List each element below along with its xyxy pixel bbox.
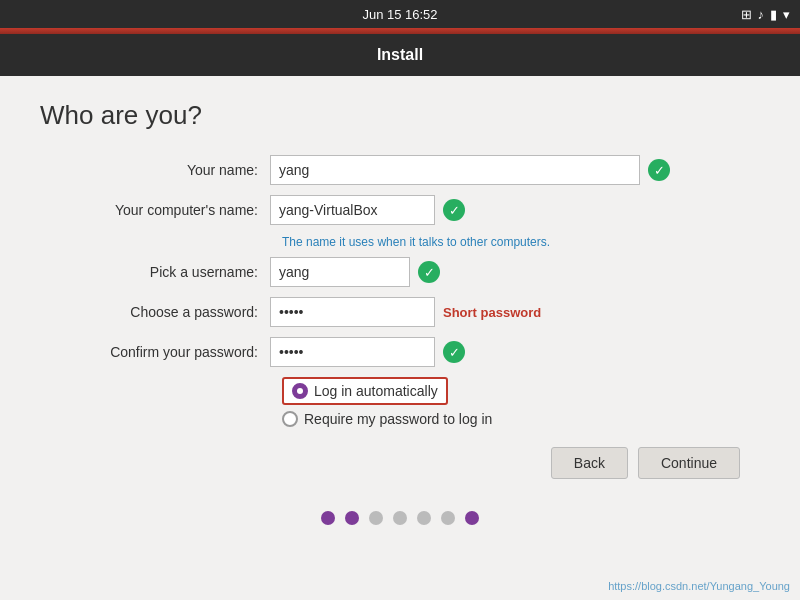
progress-dot-2 xyxy=(345,511,359,525)
menu-icon: ▾ xyxy=(783,7,790,22)
your-name-check-icon: ✓ xyxy=(648,159,670,181)
confirm-password-check-icon: ✓ xyxy=(443,341,465,363)
progress-dots xyxy=(0,511,800,525)
title-bar: Install xyxy=(0,34,800,76)
radio-auto-login-circle xyxy=(292,383,308,399)
battery-icon: ▮ xyxy=(770,7,777,22)
progress-dot-5 xyxy=(417,511,431,525)
password-label: Choose a password: xyxy=(60,304,270,320)
computer-name-input[interactable] xyxy=(270,195,435,225)
confirm-password-label: Confirm your password: xyxy=(60,344,270,360)
system-time: Jun 15 16:52 xyxy=(362,7,437,22)
back-button[interactable]: Back xyxy=(551,447,628,479)
network-icon: ⊞ xyxy=(741,7,752,22)
password-input[interactable] xyxy=(270,297,435,327)
computer-name-row: Your computer's name: ✓ xyxy=(60,195,760,225)
computer-name-label: Your computer's name: xyxy=(60,202,270,218)
continue-button[interactable]: Continue xyxy=(638,447,740,479)
username-input[interactable] xyxy=(270,257,410,287)
password-row: Choose a password: Short password xyxy=(60,297,760,327)
progress-dot-6 xyxy=(441,511,455,525)
button-row: Back Continue xyxy=(60,447,760,479)
radio-auto-login-selected-box[interactable]: Log in automatically xyxy=(282,377,448,405)
volume-icon: ♪ xyxy=(758,7,765,22)
confirm-password-input[interactable] xyxy=(270,337,435,367)
title-label: Install xyxy=(377,46,423,64)
page-heading: Who are you? xyxy=(40,100,760,131)
confirm-password-row: Confirm your password: ✓ xyxy=(60,337,760,367)
radio-require-password-option[interactable]: Require my password to log in xyxy=(282,411,760,427)
progress-dot-7 xyxy=(465,511,479,525)
system-icons: ⊞ ♪ ▮ ▾ xyxy=(741,7,791,22)
radio-require-password-circle xyxy=(282,411,298,427)
password-warning: Short password xyxy=(443,305,541,320)
computer-name-check-icon: ✓ xyxy=(443,199,465,221)
progress-dot-1 xyxy=(321,511,335,525)
form-area: Your name: ✓ Your computer's name: ✓ The… xyxy=(60,155,760,479)
watermark: https://blog.csdn.net/Yungang_Young xyxy=(608,580,790,592)
radio-auto-login-option[interactable]: Log in automatically xyxy=(282,377,760,405)
your-name-input[interactable] xyxy=(270,155,640,185)
system-bar: Jun 15 16:52 ⊞ ♪ ▮ ▾ xyxy=(0,0,800,28)
radio-require-password-label: Require my password to log in xyxy=(304,411,492,427)
radio-section: Log in automatically Require my password… xyxy=(282,377,760,427)
your-name-row: Your name: ✓ xyxy=(60,155,760,185)
username-label: Pick a username: xyxy=(60,264,270,280)
username-check-icon: ✓ xyxy=(418,261,440,283)
username-row: Pick a username: ✓ xyxy=(60,257,760,287)
progress-dot-3 xyxy=(369,511,383,525)
progress-dot-4 xyxy=(393,511,407,525)
your-name-label: Your name: xyxy=(60,162,270,178)
main-content: Who are you? Your name: ✓ Your computer'… xyxy=(0,76,800,495)
radio-auto-login-label: Log in automatically xyxy=(314,383,438,399)
computer-name-hint: The name it uses when it talks to other … xyxy=(282,235,760,249)
